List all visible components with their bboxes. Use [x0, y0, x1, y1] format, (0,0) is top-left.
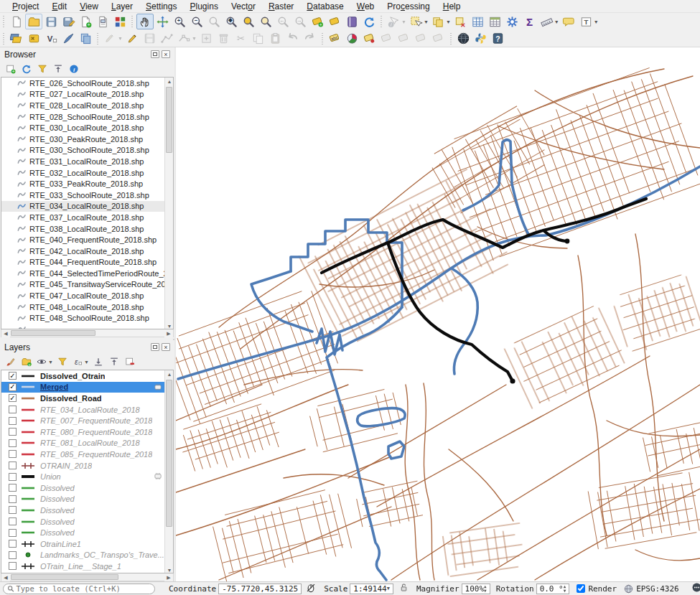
- toolbar-drag-handle[interactable]: [321, 33, 325, 44]
- text-annotation-button[interactable]: T▼: [578, 14, 600, 29]
- select-features-by-value-button[interactable]: ▼: [430, 14, 452, 29]
- layers-vscrollbar[interactable]: ▲▼: [164, 370, 173, 573]
- crs-status[interactable]: EPSG:4326: [624, 584, 679, 594]
- layer-row-dissolved-road[interactable]: ✓Dissolved_Road: [1, 393, 173, 404]
- processing-toolbox-button[interactable]: [504, 14, 521, 29]
- layer-row-dissolved[interactable]: Dissolved: [1, 494, 173, 505]
- layer-visibility-checkbox[interactable]: ✓: [9, 394, 17, 402]
- browser-item[interactable]: [1, 324, 173, 329]
- new-geopackage-layer-button[interactable]: [25, 31, 42, 47]
- toolbar-drag-handle[interactable]: [449, 33, 453, 44]
- paste-features-button[interactable]: [267, 31, 284, 47]
- layer-visibility-checkbox[interactable]: ✓: [9, 383, 17, 391]
- layer-visibility-checkbox[interactable]: [9, 450, 17, 458]
- temporal-controller-button[interactable]: [343, 14, 360, 29]
- layer-row-dissolved[interactable]: Dissolved: [1, 516, 173, 528]
- coordinate-value[interactable]: -75.7720,45.3125: [218, 584, 302, 594]
- layer-visibility-checkbox[interactable]: [9, 484, 17, 492]
- metasearch-button[interactable]: [455, 31, 472, 47]
- enable-properties-widget-button[interactable]: i: [66, 62, 82, 76]
- browser-item[interactable]: RTE_026_SchoolRoute_2018.shp: [1, 78, 173, 89]
- browser-item[interactable]: RTE_030_LocalRoute_2018.shp: [1, 122, 173, 133]
- layer-visibility-checkbox[interactable]: [9, 562, 17, 570]
- browser-item[interactable]: RTE_033_PeakRoute_2018.shp: [1, 178, 173, 189]
- deselect-features-button[interactable]: ✕: [452, 14, 470, 29]
- layer-row-rte-007-frequentroute-2018[interactable]: RTE_007_FrequentRoute_2018: [1, 415, 173, 426]
- help-contents-button[interactable]: ?: [490, 31, 507, 47]
- collapse-all-layers-button[interactable]: [106, 355, 122, 369]
- browser-item[interactable]: RTE_040_FrequentRoute_2018.shp: [1, 234, 173, 245]
- layer-visibility-checkbox[interactable]: [9, 439, 17, 447]
- layer-row-otrain-line-stage-1[interactable]: OTrain_Line__Stage_1: [1, 561, 173, 572]
- zoom-in-button[interactable]: +: [171, 14, 188, 29]
- spinner-arrows-icon[interactable]: ▲▼: [564, 584, 566, 593]
- browser-item[interactable]: RTE_032_LocalRoute_2018.shp: [1, 167, 173, 179]
- scale-lock-icon[interactable]: [399, 583, 409, 594]
- magnifier-spinbox[interactable]: 100% ▲▼: [462, 584, 490, 594]
- locate-search[interactable]: [3, 584, 155, 594]
- layer-row-dissolved-otrain[interactable]: ✓Dissolved_Otrain: [1, 370, 173, 382]
- menu-processing[interactable]: Processing: [381, 1, 436, 12]
- map-canvas[interactable]: [176, 47, 700, 581]
- toolbar-drag-handle[interactable]: [2, 16, 6, 27]
- toolbar-drag-handle[interactable]: [96, 33, 100, 44]
- browser-item[interactable]: RTE_038_LocalRoute_2018.shp: [1, 223, 173, 235]
- layer-row-merged[interactable]: ✓Merged: [1, 382, 173, 393]
- browser-item[interactable]: RTE_028_LocalRoute_2018.shp: [1, 100, 173, 111]
- layer-row-dissolved[interactable]: Dissolved: [1, 527, 173, 538]
- new-shapefile-layer-button[interactable]: [60, 31, 77, 47]
- python-console-button[interactable]: [472, 31, 490, 47]
- spinner-arrows-icon[interactable]: ▲▼: [484, 584, 487, 593]
- menu-web[interactable]: Web: [350, 1, 381, 12]
- open-attribute-table-button[interactable]: [470, 14, 487, 29]
- browser-float-button[interactable]: [151, 50, 159, 58]
- layer-row-dissolved[interactable]: Dissolved: [1, 482, 173, 494]
- layer-visibility-checkbox[interactable]: [9, 551, 17, 559]
- mouse-extents-icon[interactable]: [306, 583, 316, 595]
- refresh-browser-button[interactable]: [19, 62, 34, 76]
- messages-button[interactable]: [691, 582, 700, 595]
- layer-labeling-options-button[interactable]: abc: [327, 31, 344, 47]
- zoom-out-button[interactable]: −: [188, 14, 205, 29]
- toolbar-drag-handle[interactable]: [2, 33, 6, 44]
- browser-close-button[interactable]: ×: [162, 50, 170, 58]
- filter-browser-button[interactable]: [34, 62, 50, 76]
- undo-button[interactable]: [284, 31, 302, 47]
- layer-visibility-checkbox[interactable]: [9, 506, 17, 514]
- layer-row-otrainline1[interactable]: OtrainLine1: [1, 538, 173, 550]
- layer-row-landmarks-oc-transpo-s-trave-[interactable]: Landmarks_OC_Transpo's_Trave...: [1, 550, 173, 561]
- menu-help[interactable]: Help: [437, 1, 467, 12]
- zoom-to-selection-button[interactable]: [240, 14, 257, 29]
- browser-item[interactable]: RTE_028_SchoolRoute_2018.shp: [1, 111, 173, 123]
- add-memory-layer-button[interactable]: [77, 31, 94, 47]
- save-project-as-button[interactable]: [60, 14, 77, 29]
- browser-item[interactable]: RTE_047_LocalRoute_2018.shp: [1, 290, 173, 301]
- filter-legend-by-expression-button[interactable]: ε▼: [70, 355, 90, 369]
- layer-row-rte-081-localroute-2018[interactable]: RTE_081_LocalRoute_2018: [1, 438, 173, 449]
- locate-input[interactable]: [14, 584, 151, 594]
- new-project-button[interactable]: [8, 14, 25, 29]
- copy-features-button[interactable]: [250, 31, 267, 47]
- layer-row-union[interactable]: Union: [1, 471, 173, 482]
- remove-layer-group-button[interactable]: [122, 355, 138, 369]
- open-data-source-manager-button[interactable]: [8, 31, 25, 47]
- browser-item[interactable]: RTE_044_SelectedTimePeriodRoute_2: [1, 268, 173, 279]
- menu-database[interactable]: Database: [300, 1, 350, 12]
- menu-view[interactable]: View: [73, 1, 105, 12]
- layer-visibility-checkbox[interactable]: [9, 417, 17, 425]
- layer-visibility-checkbox[interactable]: [9, 473, 17, 481]
- browser-item[interactable]: RTE_042_LocalRoute_2018.shp: [1, 245, 173, 257]
- cut-features-button[interactable]: ✂: [233, 31, 250, 47]
- show-statistical-summary-button[interactable]: Σ: [521, 14, 538, 29]
- browser-item[interactable]: RTE_034_LocalRoute_2018.shp: [1, 201, 173, 212]
- layer-visibility-checkbox[interactable]: ✓: [9, 372, 17, 380]
- add-selected-layers-button[interactable]: +: [3, 62, 19, 76]
- pan-map-button[interactable]: [136, 14, 154, 29]
- zoom-next-button[interactable]: →: [291, 14, 309, 29]
- save-layer-edits-button[interactable]: [141, 31, 159, 47]
- map-tips-button[interactable]: [561, 14, 578, 29]
- layer-row-otrain-2018[interactable]: OTRAIN_2018: [1, 460, 173, 472]
- zoom-native-button[interactable]: [205, 14, 223, 29]
- menu-vector[interactable]: Vector: [225, 1, 262, 12]
- toolbar-drag-handle[interactable]: [380, 16, 383, 27]
